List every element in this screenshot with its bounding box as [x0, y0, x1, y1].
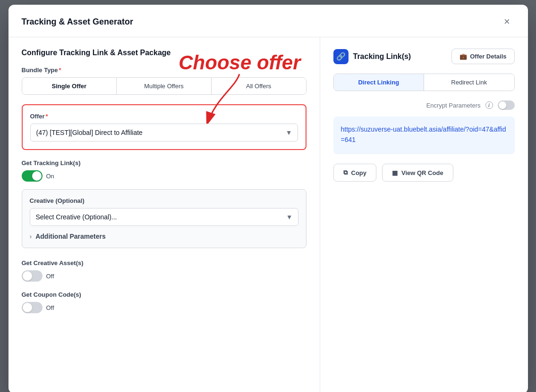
coupon-codes-toggle-text: Off [46, 304, 54, 311]
link-icon: 🔗 [333, 49, 349, 64]
coupon-codes-toggle[interactable] [22, 302, 43, 313]
offer-required-star: * [46, 113, 48, 120]
bundle-multiple-offers[interactable]: Multiple Offers [117, 78, 212, 94]
action-buttons-row: ⧉ Copy ▦ View QR Code [333, 164, 515, 182]
briefcase-icon: 💼 [459, 53, 467, 60]
get-coupon-codes-label: Get Coupon Code(s) [22, 291, 306, 298]
creative-label: Creative (Optional) [30, 197, 298, 204]
modal-body: Choose offer Configure Tracking Link & A… [9, 37, 528, 392]
modal-header: Tracking & Asset Generator × [9, 5, 528, 37]
modal-title: Tracking & Asset Generator [22, 17, 133, 27]
creative-assets-toggle-thumb [23, 271, 32, 281]
get-coupon-codes-row: Get Coupon Code(s) Off [22, 291, 306, 313]
offer-details-label: Offer Details [470, 53, 506, 60]
creative-assets-toggle-slider [22, 270, 43, 282]
tracking-url-box: https://suzuverse-uat.bluebelt.asia/affi… [333, 117, 515, 154]
additional-params-label: Additional Parameters [35, 233, 106, 240]
left-panel: Choose offer Configure Tracking Link & A… [9, 37, 320, 392]
tracking-links-toggle-text: On [46, 173, 54, 180]
offer-details-button[interactable]: 💼 Offer Details [451, 49, 514, 64]
get-creative-assets-label: Get Creative Asset(s) [22, 259, 306, 267]
bundle-single-offer[interactable]: Single Offer [22, 78, 117, 94]
creative-section-box: Creative (Optional) Select Creative (Opt… [22, 189, 306, 248]
qr-icon: ▦ [392, 169, 398, 176]
creative-assets-toggle[interactable] [22, 270, 43, 282]
offer-box: Offer* (47) [TEST][Global] Direct to Aff… [22, 104, 306, 150]
modal: Tracking & Asset Generator × Choose offe… [9, 5, 528, 392]
view-qr-code-button[interactable]: ▦ View QR Code [382, 164, 453, 182]
additional-params-toggle[interactable]: › Additional Parameters [30, 233, 298, 240]
bundle-type-selector: Single Offer Multiple Offers All Offers [22, 77, 306, 95]
tab-redirect-link[interactable]: Redirect Link [424, 74, 514, 91]
creative-select-wrapper: Select Creative (Optional)... ▼ [30, 208, 298, 226]
coupon-codes-toggle-thumb [23, 303, 32, 312]
offer-select[interactable]: (47) [TEST][Global] Direct to Affiliate [30, 124, 298, 142]
coupon-codes-toggle-slider [22, 302, 43, 313]
get-tracking-links-label: Get Tracking Link(s) [22, 159, 306, 167]
copy-icon: ⧉ [343, 169, 348, 176]
right-panel-header: 🔗 Tracking Link(s) 💼 Offer Details [333, 49, 515, 64]
tracking-url-text: https://suzuverse-uat.bluebelt.asia/affi… [341, 125, 506, 143]
bundle-type-label: Bundle Type* [22, 67, 306, 74]
tracking-type-tabs: Direct Linking Redirect Link [333, 74, 515, 91]
copy-button[interactable]: ⧉ Copy [333, 164, 377, 182]
offer-field-label: Offer* [30, 113, 298, 120]
info-icon: i [485, 101, 493, 109]
encrypt-toggle-thumb [499, 101, 506, 109]
encrypt-toggle[interactable] [498, 100, 515, 110]
get-creative-assets-row: Get Creative Asset(s) Off [22, 259, 306, 282]
close-button[interactable]: × [500, 14, 515, 29]
tab-direct-linking[interactable]: Direct Linking [334, 74, 425, 91]
modal-overlay: Tracking & Asset Generator × Choose offe… [0, 0, 536, 392]
creative-assets-toggle-text: Off [46, 273, 54, 280]
required-star: * [59, 67, 61, 74]
chevron-right-icon: › [30, 233, 32, 240]
toggle-slider-on [22, 170, 43, 182]
configure-section-title: Configure Tracking Link & Asset Package [22, 49, 306, 57]
encrypt-params-row: Encrypt Parameters i [333, 100, 515, 110]
copy-label: Copy [351, 169, 367, 176]
get-tracking-links-section: Get Tracking Link(s) On [22, 159, 306, 182]
toggle-thumb [32, 171, 42, 181]
view-qr-label: View QR Code [401, 169, 443, 176]
tracking-links-toggle-container: On [22, 170, 306, 182]
bottom-toggles: Get Creative Asset(s) Off Get Coupon Cod… [22, 259, 306, 313]
creative-assets-toggle-container: Off [22, 270, 306, 282]
bundle-all-offers[interactable]: All Offers [212, 78, 306, 94]
right-panel: 🔗 Tracking Link(s) 💼 Offer Details Direc… [320, 37, 528, 392]
offer-select-wrapper: (47) [TEST][Global] Direct to Affiliate … [30, 124, 298, 142]
creative-select[interactable]: Select Creative (Optional)... [30, 208, 298, 226]
tracking-links-title: 🔗 Tracking Link(s) [333, 49, 411, 64]
encrypt-toggle-slider [498, 100, 515, 110]
tracking-links-toggle[interactable] [22, 170, 43, 182]
encrypt-params-label: Encrypt Parameters [426, 102, 481, 109]
coupon-codes-toggle-container: Off [22, 302, 306, 313]
